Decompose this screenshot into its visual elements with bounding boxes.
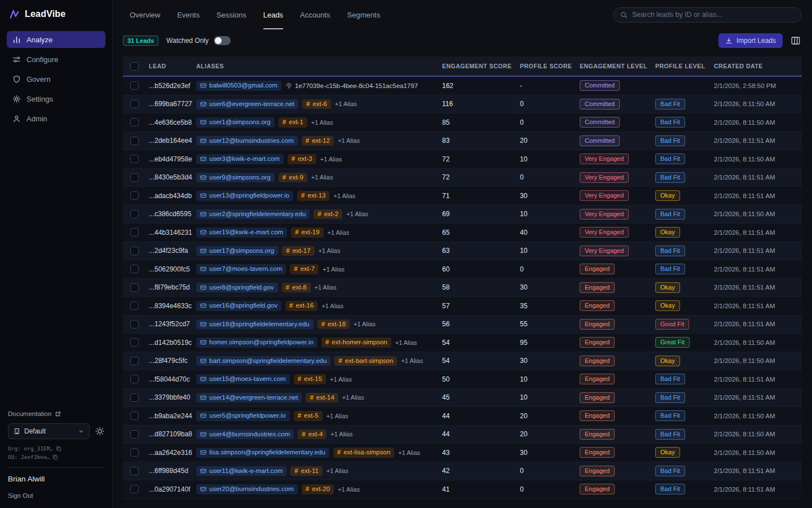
row-checkbox[interactable] bbox=[130, 137, 139, 145]
ext-alias-chip[interactable]: #ext-lisa-simpson bbox=[333, 448, 394, 458]
ext-alias-chip[interactable]: #ext-4 bbox=[298, 430, 326, 440]
row-checkbox[interactable] bbox=[130, 301, 139, 310]
ext-alias-chip[interactable]: #ext-11 bbox=[290, 466, 323, 476]
table-row[interactable]: ...c386cd6595user2@springfieldelementary… bbox=[123, 205, 802, 224]
sidebar-item-settings[interactable]: Settings bbox=[7, 90, 105, 107]
email-alias-chip[interactable]: user18@springfieldelementary.edu bbox=[196, 319, 314, 330]
email-alias-chip[interactable]: user6@evergreen-terrace.net bbox=[196, 99, 298, 110]
email-alias-chip[interactable]: user13@springfieldpower.io bbox=[196, 191, 293, 201]
table-row[interactable]: ...6ff988d45duser11@kwik-e-mart.com#ext-… bbox=[123, 462, 802, 481]
ext-alias-chip[interactable]: #ext-13 bbox=[297, 191, 329, 201]
table-row[interactable]: ...2deb164ee4user12@burnsindustries.com#… bbox=[123, 132, 802, 151]
import-leads-button[interactable]: Import Leads bbox=[718, 33, 783, 48]
row-checkbox[interactable] bbox=[130, 118, 139, 126]
row-checkbox[interactable] bbox=[130, 467, 139, 475]
copy-icon[interactable] bbox=[56, 446, 61, 452]
row-checkbox[interactable] bbox=[130, 411, 139, 420]
ext-alias-chip[interactable]: #ext-17 bbox=[282, 246, 314, 256]
tab-leads[interactable]: Leads bbox=[263, 0, 283, 29]
table-row[interactable]: ...b526d2e3efbalwill0503@gmail.com1e7703… bbox=[123, 77, 802, 95]
column-header-engagement-score[interactable]: ENGAGEMENT SCORE bbox=[439, 63, 517, 69]
email-alias-chip[interactable]: user7@moes-tavern.com bbox=[196, 264, 286, 274]
email-alias-chip[interactable]: user11@kwik-e-mart.com bbox=[196, 466, 286, 476]
table-row[interactable]: ...eb4d47958euser3@kwik-e-mart.com#ext-3… bbox=[123, 150, 802, 169]
email-alias-chip[interactable]: user4@burnsindustries.com bbox=[196, 430, 294, 440]
table-row[interactable]: ...8430e5b3d4user9@simpsons.org#ext-9+1 … bbox=[123, 169, 802, 187]
table-row[interactable]: ...f879ebc75duser8@springfield.gov#ext-8… bbox=[123, 279, 802, 297]
table-row[interactable]: ...b9aba2e244user5@springfieldpower.io#e… bbox=[123, 407, 802, 426]
watched-only-toggle[interactable] bbox=[214, 36, 231, 45]
sign-out-link[interactable]: Sign Out bbox=[8, 492, 104, 499]
row-checkbox[interactable] bbox=[130, 100, 139, 108]
email-alias-chip[interactable]: user8@springfield.gov bbox=[196, 283, 278, 293]
email-alias-chip[interactable]: user16@springfield.gov bbox=[196, 301, 281, 311]
email-alias-chip[interactable]: user2@springfieldelementary.edu bbox=[196, 209, 310, 220]
row-checkbox[interactable] bbox=[130, 393, 139, 402]
column-header-aliases[interactable]: ALIASES bbox=[193, 63, 439, 69]
column-header-lead[interactable]: LEAD bbox=[145, 63, 193, 69]
table-row[interactable]: ...8394e4633cuser16@springfield.gov#ext-… bbox=[123, 297, 802, 316]
email-alias-chip[interactable]: user19@kwik-e-mart.com bbox=[196, 227, 287, 238]
row-checkbox[interactable] bbox=[130, 448, 139, 457]
email-alias-chip[interactable]: user1@simpsons.org bbox=[196, 117, 275, 128]
ext-alias-chip[interactable]: #ext-18 bbox=[317, 319, 350, 330]
row-checkbox[interactable] bbox=[130, 81, 139, 90]
ext-alias-chip[interactable]: #ext-9 bbox=[279, 173, 307, 183]
sidebar-item-govern[interactable]: Govern bbox=[7, 71, 105, 87]
email-alias-chip[interactable]: homer.simpson@springfieldpower.io bbox=[196, 338, 317, 348]
table-row[interactable]: ...4e636ce5b8user1@simpsons.org#ext-1+1 … bbox=[123, 113, 802, 132]
ext-alias-chip[interactable]: #ext-6 bbox=[302, 99, 331, 110]
ext-alias-chip[interactable]: #ext-8 bbox=[282, 283, 311, 293]
environment-select[interactable]: Default bbox=[8, 423, 90, 439]
ext-alias-chip[interactable]: #ext-14 bbox=[306, 393, 338, 403]
select-all-checkbox[interactable] bbox=[130, 62, 139, 71]
ext-alias-chip[interactable]: #ext-2 bbox=[314, 209, 342, 220]
table-row[interactable]: ...d142b0519chomer.simpson@springfieldpo… bbox=[123, 334, 802, 352]
row-checkbox[interactable] bbox=[130, 485, 139, 493]
row-checkbox[interactable] bbox=[130, 357, 139, 365]
ext-alias-chip[interactable]: #ext-3 bbox=[288, 154, 316, 164]
row-checkbox[interactable] bbox=[130, 375, 139, 383]
row-checkbox[interactable] bbox=[130, 210, 139, 218]
sidebar-item-configure[interactable]: Configure bbox=[7, 51, 105, 68]
sidebar-item-analyze[interactable]: Analyze bbox=[7, 31, 105, 48]
ext-alias-chip[interactable]: #ext-homer-simpson bbox=[321, 338, 391, 348]
email-alias-chip[interactable]: user20@burnsindustries.com bbox=[196, 484, 298, 494]
tab-accounts[interactable]: Accounts bbox=[300, 0, 330, 29]
email-alias-chip[interactable]: user15@moes-tavern.com bbox=[196, 374, 290, 384]
sidebar-item-admin[interactable]: Admin bbox=[7, 110, 105, 127]
ext-alias-chip[interactable]: #ext-5 bbox=[294, 411, 323, 421]
table-row[interactable]: ...aa2642e316lisa.simpson@springfieldele… bbox=[123, 444, 802, 462]
ext-alias-chip[interactable]: #ext-20 bbox=[302, 484, 334, 494]
table-row[interactable]: ...0a2907140fuser20@burnsindustries.com#… bbox=[123, 480, 802, 499]
row-checkbox[interactable] bbox=[130, 338, 139, 347]
ext-alias-chip[interactable]: #ext-12 bbox=[302, 136, 334, 146]
theme-sun-icon[interactable] bbox=[95, 427, 104, 436]
tab-segments[interactable]: Segments bbox=[347, 0, 381, 29]
tab-overview[interactable]: Overview bbox=[130, 0, 160, 29]
table-row[interactable]: ...3379bbfe40user14@evergreen-terrace.ne… bbox=[123, 389, 802, 408]
row-checkbox[interactable] bbox=[130, 265, 139, 273]
documentation-link[interactable]: Documentation bbox=[8, 410, 104, 417]
table-row[interactable]: ...f58044d70cuser15@moes-tavern.com#ext-… bbox=[123, 370, 802, 389]
search-box[interactable] bbox=[613, 7, 802, 23]
ext-alias-chip[interactable]: #ext-16 bbox=[285, 301, 317, 311]
row-checkbox[interactable] bbox=[130, 247, 139, 255]
row-checkbox[interactable] bbox=[130, 173, 139, 182]
ext-alias-chip[interactable]: #ext-1 bbox=[279, 117, 307, 128]
email-alias-chip[interactable]: user9@simpsons.org bbox=[196, 173, 275, 183]
row-checkbox[interactable] bbox=[130, 283, 139, 292]
column-header-created-date[interactable]: CREATED DATE bbox=[710, 63, 802, 69]
email-alias-chip[interactable]: user3@kwik-e-mart.com bbox=[196, 154, 284, 164]
column-settings-button[interactable] bbox=[789, 34, 802, 47]
row-checkbox[interactable] bbox=[130, 155, 139, 163]
tab-events[interactable]: Events bbox=[177, 0, 200, 29]
email-alias-chip[interactable]: user17@simpsons.org bbox=[196, 246, 278, 256]
copy-icon[interactable] bbox=[52, 454, 58, 460]
table-row[interactable]: ...699ba67727user6@evergreen-terrace.net… bbox=[123, 95, 802, 114]
row-checkbox[interactable] bbox=[130, 320, 139, 329]
table-row[interactable]: ...adacb434dbuser13@springfieldpower.io#… bbox=[123, 187, 802, 205]
email-alias-chip[interactable]: user12@burnsindustries.com bbox=[196, 136, 298, 146]
table-row[interactable]: ...28f479c5fcbart.simpson@springfieldele… bbox=[123, 352, 802, 371]
row-checkbox[interactable] bbox=[130, 228, 139, 237]
